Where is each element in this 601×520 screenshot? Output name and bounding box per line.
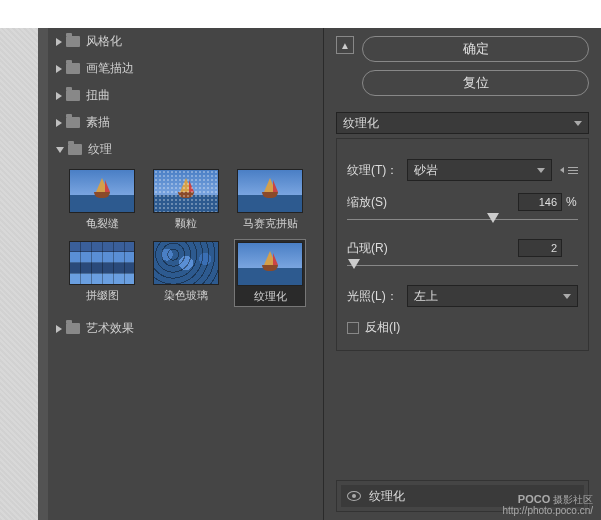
folder-icon xyxy=(66,36,80,47)
light-direction-select[interactable]: 左上 xyxy=(407,285,578,307)
category-label: 纹理 xyxy=(88,141,112,158)
folder-icon xyxy=(66,63,80,74)
folder-icon xyxy=(66,323,80,334)
texture-thumbnails: 龟裂缝 颗粒 马赛克拼贴 拼缀图 染色玻璃 纹理化 xyxy=(48,163,323,315)
chevron-right-icon xyxy=(56,65,62,73)
category-artistic[interactable]: 艺术效果 xyxy=(48,315,323,342)
scale-label: 缩放(S) xyxy=(347,194,518,211)
thumb-grain[interactable]: 颗粒 xyxy=(150,167,222,233)
thumb-texturizer[interactable]: 纹理化 xyxy=(234,239,306,307)
watermark: POCO 摄影社区 http://photo.poco.cn/ xyxy=(502,493,593,516)
thumb-label: 马赛克拼贴 xyxy=(243,216,298,231)
filter-select[interactable]: 纹理化 xyxy=(336,112,589,134)
thumb-craquelure[interactable]: 龟裂缝 xyxy=(66,167,138,233)
invert-label: 反相(I) xyxy=(365,319,400,336)
chevron-right-icon xyxy=(56,38,62,46)
category-texture[interactable]: 纹理 xyxy=(48,136,323,163)
thumb-label: 纹理化 xyxy=(254,289,287,304)
relief-label: 凸现(R) xyxy=(347,240,518,257)
chevron-down-icon xyxy=(56,147,64,153)
texture-menu-icon[interactable] xyxy=(560,167,578,174)
slider-handle-icon[interactable] xyxy=(487,213,499,223)
texture-type-select[interactable]: 砂岩 xyxy=(407,159,552,181)
category-label: 素描 xyxy=(86,114,110,131)
thumb-label: 龟裂缝 xyxy=(86,216,119,231)
reset-button[interactable]: 复位 xyxy=(362,70,589,96)
percent-label: % xyxy=(566,195,578,209)
chevron-down-icon xyxy=(563,294,571,299)
layer-name: 纹理化 xyxy=(369,488,405,505)
chevron-down-icon xyxy=(574,121,582,126)
visibility-eye-icon[interactable] xyxy=(347,491,361,501)
collapse-panel-icon[interactable]: ▲ xyxy=(336,36,354,54)
invert-checkbox[interactable] xyxy=(347,322,359,334)
thumb-label: 染色玻璃 xyxy=(164,288,208,303)
filter-settings-panel: ▲ 确定 复位 纹理化 纹理(T)： 砂岩 缩放(S) % xyxy=(324,28,601,520)
light-value: 左上 xyxy=(414,288,438,305)
slider-handle-icon[interactable] xyxy=(348,259,360,269)
category-label: 艺术效果 xyxy=(86,320,134,337)
category-distort[interactable]: 扭曲 xyxy=(48,82,323,109)
thumb-mosaic-tiles[interactable]: 马赛克拼贴 xyxy=(234,167,306,233)
category-label: 风格化 xyxy=(86,33,122,50)
thumb-label: 颗粒 xyxy=(175,216,197,231)
ok-button[interactable]: 确定 xyxy=(362,36,589,62)
chevron-right-icon xyxy=(56,119,62,127)
chevron-right-icon xyxy=(56,92,62,100)
thumb-stained-glass[interactable]: 染色玻璃 xyxy=(150,239,222,307)
folder-icon xyxy=(66,90,80,101)
texture-label: 纹理(T)： xyxy=(347,162,407,179)
scale-slider[interactable] xyxy=(347,213,578,227)
filter-category-panel: 风格化 画笔描边 扭曲 素描 纹理 龟裂缝 颗粒 马赛克拼贴 拼缀图 染色玻璃 … xyxy=(48,28,324,520)
thumb-label: 拼缀图 xyxy=(86,288,119,303)
relief-input[interactable] xyxy=(518,239,562,257)
scale-input[interactable] xyxy=(518,193,562,211)
thumb-patchwork[interactable]: 拼缀图 xyxy=(66,239,138,307)
chevron-right-icon xyxy=(56,325,62,333)
category-label: 扭曲 xyxy=(86,87,110,104)
chevron-down-icon xyxy=(537,168,545,173)
light-label: 光照(L)： xyxy=(347,288,407,305)
category-sketch[interactable]: 素描 xyxy=(48,109,323,136)
relief-slider[interactable] xyxy=(347,259,578,273)
folder-icon xyxy=(66,117,80,128)
category-stylize[interactable]: 风格化 xyxy=(48,28,323,55)
texture-value: 砂岩 xyxy=(414,162,438,179)
folder-icon xyxy=(68,144,82,155)
params-group: 纹理(T)： 砂岩 缩放(S) % 凸现(R) xyxy=(336,138,589,351)
category-brush-strokes[interactable]: 画笔描边 xyxy=(48,55,323,82)
filter-select-value: 纹理化 xyxy=(343,115,379,132)
category-label: 画笔描边 xyxy=(86,60,134,77)
